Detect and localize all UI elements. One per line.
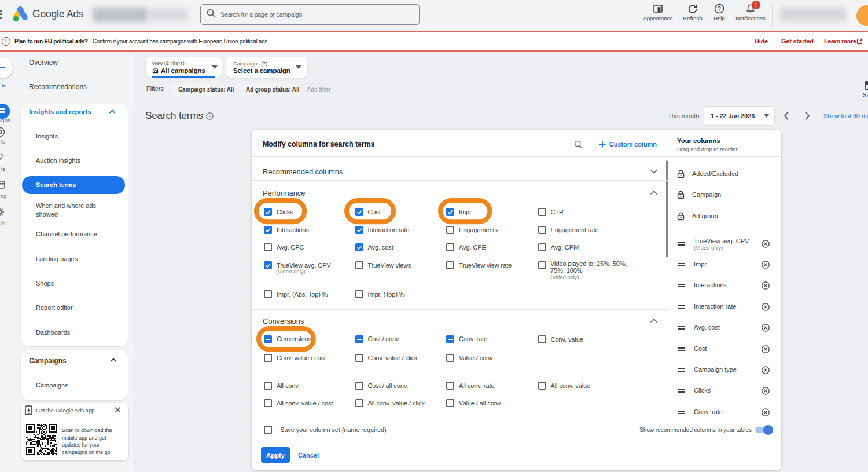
svg-text:?: ? <box>718 5 721 12</box>
svg-text:?: ? <box>208 114 211 119</box>
